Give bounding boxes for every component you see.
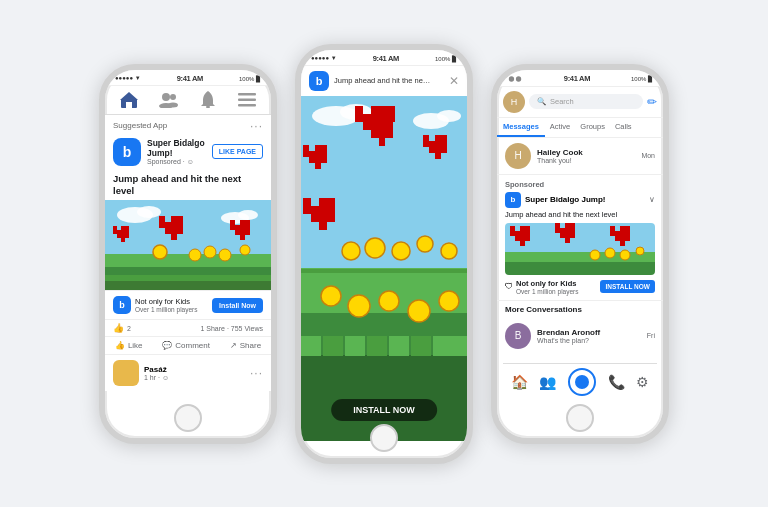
svg-rect-65 bbox=[441, 135, 447, 141]
svg-rect-57 bbox=[315, 145, 321, 151]
svg-rect-21 bbox=[121, 238, 125, 242]
sponsored-desc-inner: 🛡 Not only for Kids Over 1 million playe… bbox=[505, 279, 579, 295]
sponsored-label: Sponsored bbox=[505, 180, 655, 189]
app-desc-title: Not only for Kids bbox=[135, 297, 198, 306]
tab-groups[interactable]: Groups bbox=[575, 118, 610, 137]
svg-rect-117 bbox=[620, 241, 625, 246]
svg-point-40 bbox=[153, 245, 167, 259]
search-bar-messenger[interactable]: 🔍 Search bbox=[529, 94, 643, 109]
hailey-info: Hailey Cook Thank you! bbox=[537, 148, 635, 164]
svg-point-77 bbox=[342, 242, 360, 260]
sponsored-app-desc-title: Not only for Kids bbox=[516, 279, 579, 288]
svg-point-5 bbox=[170, 94, 176, 100]
svg-rect-41 bbox=[105, 275, 271, 281]
signal-status: ●●●●● ▼ bbox=[115, 75, 141, 81]
friends-icon[interactable] bbox=[158, 92, 178, 108]
svg-rect-103 bbox=[520, 241, 525, 246]
nav-circle[interactable] bbox=[568, 368, 596, 396]
tab-messages[interactable]: Messages bbox=[497, 118, 545, 137]
messenger-tabs: Messages Active Groups Calls bbox=[497, 118, 663, 138]
next-post-info: Pasáž 1 hr · ☺ bbox=[144, 365, 169, 381]
sponsored-shield-icon: 🛡 bbox=[505, 282, 513, 291]
home-button-1[interactable] bbox=[174, 404, 202, 432]
install-button-1[interactable]: Install Now bbox=[212, 298, 263, 313]
hailey-name: Hailey Cook bbox=[537, 148, 635, 157]
svg-rect-66 bbox=[423, 135, 429, 141]
svg-rect-105 bbox=[565, 223, 570, 228]
hailey-avatar: H bbox=[505, 143, 531, 169]
home-icon[interactable] bbox=[119, 92, 139, 108]
svg-point-119 bbox=[605, 248, 615, 258]
svg-point-14 bbox=[238, 210, 258, 220]
svg-rect-62 bbox=[315, 163, 321, 169]
like-action[interactable]: 👍 Like bbox=[115, 341, 143, 350]
like-page-button[interactable]: LIKE PAGE bbox=[212, 144, 263, 159]
share-action[interactable]: ↗ Share bbox=[230, 341, 261, 350]
svg-point-84 bbox=[379, 291, 399, 311]
brendan-avatar: B bbox=[505, 323, 531, 349]
phones-container: ●●●●● ▼ 9:41 AM 100% ▉ Suggested App bbox=[89, 34, 679, 474]
svg-point-85 bbox=[408, 300, 430, 322]
svg-point-37 bbox=[204, 246, 216, 258]
nav-users[interactable]: 👥 bbox=[539, 374, 556, 390]
svg-point-121 bbox=[636, 247, 644, 255]
home-button-2[interactable] bbox=[370, 424, 398, 452]
nav-home[interactable]: 🏠 bbox=[511, 374, 528, 390]
nav-settings[interactable]: ⚙ bbox=[636, 374, 649, 390]
next-post: Pasáž 1 hr · ☺ ··· bbox=[105, 354, 271, 391]
close-button[interactable]: ✕ bbox=[449, 74, 459, 88]
sponsored-collapse-icon[interactable]: ∨ bbox=[649, 195, 655, 204]
engagement-right: 1 Share · 755 Views bbox=[200, 325, 263, 332]
svg-rect-76 bbox=[319, 222, 327, 230]
phone-nav-icon: 📞 bbox=[608, 374, 625, 390]
compose-icon[interactable]: ✏ bbox=[647, 95, 657, 109]
svg-rect-26 bbox=[159, 222, 183, 228]
circle-nav-inner bbox=[575, 375, 589, 389]
svg-rect-16 bbox=[121, 226, 125, 230]
circle-nav-button[interactable] bbox=[568, 368, 596, 396]
svg-rect-35 bbox=[240, 235, 245, 240]
tab-calls[interactable]: Calls bbox=[610, 118, 637, 137]
svg-rect-74 bbox=[303, 206, 335, 214]
nav-phone[interactable]: 📞 bbox=[608, 374, 625, 390]
sponsored-app-icon: b bbox=[505, 192, 521, 208]
svg-rect-90 bbox=[345, 336, 365, 356]
conversation-brendan[interactable]: B Brendan Aronoff What's the plan? Fri bbox=[497, 318, 663, 354]
signal-3 bbox=[507, 74, 523, 84]
svg-rect-106 bbox=[570, 223, 575, 228]
install-now-button[interactable]: INSTALL NOW bbox=[331, 399, 437, 421]
svg-rect-48 bbox=[371, 106, 379, 114]
user-avatar-3[interactable]: H bbox=[503, 91, 525, 113]
search-icon: 🔍 bbox=[537, 97, 546, 106]
sponsored-text-block: b Super Bidalgo Jump! ∨ Jump ahead and h… bbox=[505, 192, 655, 295]
svg-rect-91 bbox=[367, 336, 387, 356]
engagement-left: 👍 2 bbox=[113, 323, 131, 333]
more-options-icon[interactable]: ··· bbox=[250, 120, 263, 132]
svg-rect-113 bbox=[625, 226, 630, 231]
install-now-btn-messenger[interactable]: INSTALL NOW bbox=[600, 280, 655, 293]
hailey-preview: Thank you! bbox=[537, 157, 635, 164]
svg-rect-51 bbox=[355, 106, 363, 114]
svg-rect-31 bbox=[245, 220, 250, 225]
hailey-time: Mon bbox=[641, 152, 655, 159]
svg-rect-20 bbox=[117, 234, 129, 238]
home-button-3[interactable] bbox=[566, 404, 594, 432]
users-nav-icon: 👥 bbox=[539, 374, 556, 390]
home-nav-icon: 🏠 bbox=[511, 374, 528, 390]
settings-nav-icon: ⚙ bbox=[636, 374, 649, 390]
brendan-info: Brendan Aronoff What's the plan? bbox=[537, 328, 641, 344]
bell-icon[interactable] bbox=[198, 92, 218, 108]
app-sponsored: Sponsored · ☺ bbox=[147, 158, 206, 165]
svg-rect-99 bbox=[525, 226, 530, 231]
svg-rect-61 bbox=[309, 157, 327, 163]
svg-rect-28 bbox=[171, 234, 177, 240]
conversation-hailey[interactable]: H Hailey Cook Thank you! Mon bbox=[497, 138, 663, 174]
svg-rect-42 bbox=[105, 281, 271, 290]
menu-icon[interactable] bbox=[237, 92, 257, 108]
battery-3: 100% ▉ bbox=[631, 75, 653, 82]
app-name: Super Bidalgo Jump! bbox=[147, 138, 206, 158]
tab-active[interactable]: Active bbox=[545, 118, 575, 137]
app-desc-sub: Over 1 million players bbox=[135, 306, 198, 313]
next-post-more[interactable]: ··· bbox=[250, 367, 263, 379]
comment-action[interactable]: 💬 Comment bbox=[162, 341, 210, 350]
